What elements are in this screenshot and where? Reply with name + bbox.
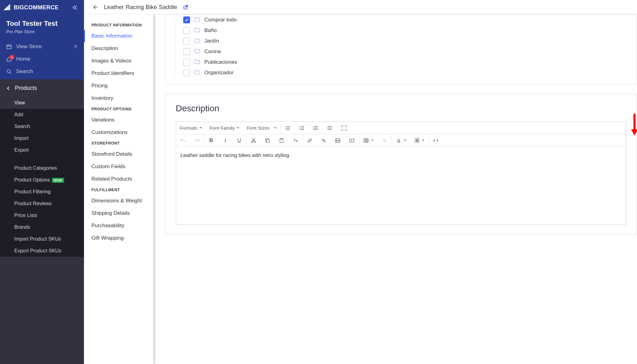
folder-icon (194, 70, 200, 75)
description-textarea[interactable]: Leather saddle for racing bikes with ret… (176, 147, 626, 224)
sidebar-item-product-filtering[interactable]: Product Filtering (0, 186, 84, 198)
nav-view-store[interactable]: View Store (0, 40, 84, 53)
indent-button[interactable] (323, 122, 337, 134)
sidebar-item-import[interactable]: Import (0, 132, 84, 144)
secnav-item-inventory[interactable]: Inventory (84, 92, 156, 104)
secnav-item-custom-fields[interactable]: Custom Fields (84, 160, 156, 173)
sidebar-item-search[interactable]: Search (0, 121, 84, 132)
code-icon (433, 137, 439, 144)
secnav-item-shipping-details[interactable]: Shipping Details (84, 207, 156, 219)
unordered-list-button[interactable] (281, 122, 295, 134)
nav-search[interactable]: Search (0, 65, 84, 78)
sidebar-header: BIGCOMMERCE Tool Tester Test Pro Plan St… (0, 0, 84, 79)
secnav-item-storefront-details[interactable]: Storefront Details (84, 148, 156, 160)
text-color-icon: A (396, 137, 402, 144)
folder-icon (194, 38, 200, 43)
secnav-item-basic-information[interactable]: Basic Information (84, 30, 156, 42)
open-storefront-button[interactable] (183, 4, 188, 10)
category-checkbox[interactable] (183, 27, 190, 34)
italic-button[interactable]: I (218, 134, 232, 146)
secnav-item-variations[interactable]: Variations (84, 114, 156, 126)
bg-color-icon: A (414, 137, 420, 144)
clear-formatting-button[interactable]: T (289, 134, 303, 146)
cut-button[interactable] (247, 134, 261, 146)
svg-rect-19 (364, 139, 368, 142)
secnav-group-title: PRODUCT OPTIONS (84, 104, 156, 114)
category-label: Comprar todo (204, 17, 237, 23)
folder-icon (194, 59, 200, 64)
sidebar-item-brands[interactable]: Brands (0, 221, 84, 233)
secnav-item-product-identifiers[interactable]: Product Identifiers (84, 67, 156, 80)
sidebar-item-product-reviews[interactable]: Product Reviews (0, 198, 84, 210)
formats-dropdown[interactable]: Formats (176, 122, 206, 134)
category-checkbox[interactable] (183, 38, 190, 44)
description-card: Description Formats Font Family Font Siz… (165, 94, 637, 234)
font-sizes-dropdown[interactable]: Font Sizes (243, 122, 281, 134)
sidebar-section-products[interactable]: Products (0, 79, 84, 97)
category-label: Cocina (204, 48, 221, 55)
italic-icon: I (222, 137, 228, 144)
categories-card: Comprar todoBañoJardínCocinaPublicacione… (165, 14, 637, 85)
brand-text: BIGCOMMERCE (14, 4, 59, 11)
font-family-dropdown[interactable]: Font Family (206, 122, 243, 134)
category-checkbox[interactable] (183, 59, 190, 66)
bold-button[interactable]: B (204, 134, 218, 146)
sidebar-submenu: ViewAddSearchImportExportProduct Categor… (0, 97, 84, 257)
category-checkbox[interactable] (183, 16, 190, 23)
external-link-icon (73, 44, 78, 49)
source-code-button[interactable] (429, 134, 443, 146)
text-color-button[interactable]: A (392, 134, 410, 146)
back-button[interactable] (91, 4, 98, 11)
clear-format-icon: T (292, 137, 299, 144)
secnav-item-pricing[interactable]: Pricing (84, 80, 156, 92)
category-checkbox[interactable] (183, 48, 190, 55)
secnav-item-dimensions-weight[interactable]: Dimensions & Weight (84, 195, 156, 207)
outdent-button[interactable] (309, 122, 323, 134)
list-ol-icon: 123 (299, 125, 305, 131)
annotation-arrow (630, 112, 637, 137)
hr-button[interactable] (378, 134, 392, 146)
sidebar-item-price-lists[interactable]: Price Lists (0, 210, 84, 221)
secnav-item-gift-wrapping[interactable]: Gift Wrapping (84, 232, 156, 244)
storefront-icon (6, 44, 12, 49)
paste-button[interactable] (275, 134, 289, 146)
image-button[interactable] (331, 134, 345, 146)
redo-button[interactable] (190, 134, 204, 146)
secnav-item-customizations[interactable]: Customizations (84, 126, 156, 139)
secnav-item-related-products[interactable]: Related Products (84, 173, 156, 185)
image-icon (335, 137, 341, 144)
secnav-item-images-videos[interactable]: Images & Videos (84, 55, 156, 67)
svg-text:3: 3 (299, 129, 300, 131)
sidebar-item-add[interactable]: Add (0, 109, 84, 121)
sidebar-item-export[interactable]: Export (0, 144, 84, 156)
video-icon (349, 137, 355, 144)
page-title: Leather Racing Bike Saddle (104, 4, 177, 11)
nav-home[interactable]: 1 Home (0, 53, 84, 65)
sidebar-item-view[interactable]: View (0, 97, 84, 109)
sidebar-item-product-options[interactable]: Product OptionsNEW (0, 174, 84, 186)
underline-button[interactable]: U (232, 134, 246, 146)
cut-icon (250, 137, 257, 144)
bg-color-button[interactable]: A (410, 134, 429, 146)
table-button[interactable] (359, 134, 378, 146)
category-row: Jardín (165, 36, 637, 46)
brand-logo[interactable]: BIGCOMMERCE (3, 3, 59, 12)
video-button[interactable] (345, 134, 359, 146)
topbar: Leather Racing Bike Saddle (84, 0, 637, 14)
search-icon (6, 69, 12, 74)
category-checkbox[interactable] (183, 69, 190, 76)
category-label: Baño (204, 27, 217, 34)
unlink-button[interactable] (317, 134, 331, 146)
fullscreen-button[interactable] (337, 122, 351, 134)
ordered-list-button[interactable]: 123 (295, 122, 309, 134)
sidebar-item-product-categories[interactable]: Product Categories (0, 162, 84, 174)
sidebar-item-export-product-skus[interactable]: Export Product SKUs (0, 245, 84, 257)
secnav-item-description[interactable]: Description (84, 42, 156, 55)
category-label: Jardín (204, 38, 219, 44)
copy-button[interactable] (261, 134, 275, 146)
undo-button[interactable] (176, 134, 190, 146)
sidebar-collapse-button[interactable] (72, 4, 78, 11)
secnav-item-purchasability[interactable]: Purchasability (84, 219, 156, 232)
link-button[interactable] (303, 134, 317, 146)
sidebar-item-import-product-skus[interactable]: Import Product SKUs (0, 233, 84, 245)
